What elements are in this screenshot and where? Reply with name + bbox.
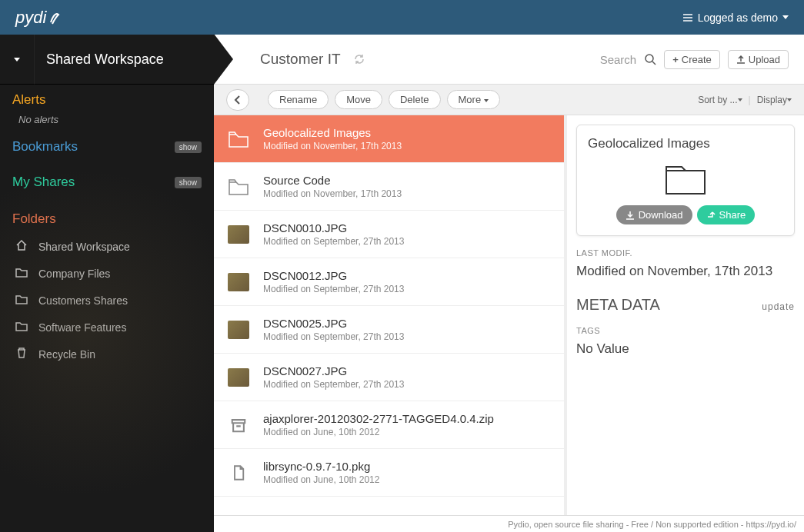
sidebar-folder-item[interactable]: Customers Shares	[0, 287, 214, 314]
back-button[interactable]	[226, 89, 249, 111]
file-row[interactable]: Source CodeModified on November, 17th 20…	[214, 163, 564, 211]
download-button[interactable]: Download	[616, 205, 692, 224]
sidebar-folder-item[interactable]: Recycle Bin	[0, 341, 214, 367]
file-meta: Modified on September, 27th 2013	[263, 236, 404, 247]
alerts-empty-text: No alerts	[0, 111, 214, 131]
file-name: DSCN0027.JPG	[263, 364, 404, 377]
folder-label: Recycle Bin	[38, 348, 95, 361]
update-link[interactable]: update	[762, 301, 795, 312]
file-row[interactable]: >librsync-0.9.7-10.pkgModified on June, …	[214, 449, 564, 497]
tags-label: TAGS	[576, 326, 795, 335]
last-modif-label: LAST MODIF.	[576, 248, 795, 258]
file-row[interactable]: DSCN0027.JPGModified on September, 27th …	[214, 354, 564, 401]
show-toggle[interactable]: show	[175, 141, 202, 153]
menu-icon	[682, 13, 693, 22]
rename-button[interactable]: Rename	[268, 90, 329, 109]
footer: Pydio, open source file sharing - Free /…	[214, 515, 804, 532]
tags-value: No Value	[576, 341, 795, 357]
detail-panel: Geolocalized Images Download Share LAST	[567, 115, 804, 515]
image-thumb	[228, 321, 249, 339]
upload-button[interactable]: Upload	[728, 50, 789, 69]
sidebar-alerts[interactable]: Alerts	[0, 85, 214, 111]
create-button[interactable]: +Create	[664, 50, 720, 69]
workspace-dropdown[interactable]	[0, 35, 35, 85]
download-icon	[626, 211, 635, 220]
share-icon	[706, 211, 716, 220]
file-name: DSCN0012.JPG	[263, 269, 404, 282]
user-menu[interactable]: Logged as demo	[682, 12, 789, 24]
file-icon: >	[228, 464, 249, 482]
move-button[interactable]: Move	[335, 90, 382, 109]
folder-icon	[228, 130, 249, 148]
sidebar-folder-item[interactable]: Shared Workspace	[0, 233, 214, 260]
folder-large-icon	[662, 159, 709, 198]
file-meta: Modified on November, 17th 2013	[263, 141, 402, 151]
folder-icon	[15, 293, 28, 308]
toolbar: Rename Move Delete More Sort by ... | Di…	[214, 85, 804, 115]
metadata-title: META DATA	[576, 296, 660, 314]
metadata-header: META DATA update	[576, 296, 795, 314]
refresh-icon[interactable]	[353, 53, 365, 65]
folder-icon	[15, 320, 28, 334]
file-meta: Modified on September, 27th 2013	[263, 331, 404, 342]
file-name: ajaxplorer-20120302-2771-TAGGED4.0.4.zip	[263, 412, 494, 425]
sort-by-menu[interactable]: Sort by ...	[698, 95, 742, 105]
bookmarks-label: Bookmarks	[12, 139, 78, 155]
file-name: Source Code	[263, 174, 402, 187]
sidebar-bookmarks[interactable]: Bookmarks show	[0, 131, 214, 158]
topbar: pydi Logged as demo	[0, 0, 804, 35]
home-icon	[15, 239, 28, 254]
chevron-left-icon	[234, 95, 242, 105]
more-button[interactable]: More	[447, 90, 500, 109]
search-label: Search	[600, 53, 637, 66]
folder-icon	[15, 266, 28, 281]
folder-label: Shared Workspace	[38, 241, 130, 253]
last-modif-value: Modified on November, 17th 2013	[576, 264, 795, 279]
workspace-header: Shared Workspace	[0, 35, 214, 85]
folder-label: Customers Shares	[38, 294, 128, 307]
arrow-shape	[214, 35, 233, 85]
folders-label: Folders	[12, 211, 56, 227]
file-meta: Modified on September, 27th 2013	[263, 284, 404, 294]
file-row[interactable]: >ajaxplorer-20120302-2771-TAGGED4.0.4.zi…	[214, 401, 564, 449]
show-toggle[interactable]: show	[175, 177, 202, 188]
caret-down-icon	[14, 58, 20, 62]
file-list: Geolocalized ImagesModified on November,…	[214, 115, 567, 515]
caret-down-icon	[782, 15, 789, 19]
file-meta: Modified on September, 27th 2013	[263, 379, 404, 390]
logo[interactable]: pydi	[15, 8, 62, 28]
file-row[interactable]: DSCN0012.JPGModified on September, 27th …	[214, 258, 564, 306]
sidebar-folder-item[interactable]: Company Files	[0, 260, 214, 287]
image-thumb	[228, 368, 249, 387]
caret-down-icon	[787, 98, 792, 101]
breadcrumb-current[interactable]: Customer IT	[260, 51, 341, 68]
workspace-title: Shared Workspace	[35, 52, 214, 68]
file-meta: Modified on June, 10th 2012	[263, 474, 379, 485]
file-meta: Modified on June, 10th 2012	[263, 427, 494, 437]
share-button[interactable]: Share	[697, 205, 756, 224]
file-row[interactable]: DSCN0010.JPGModified on September, 27th …	[214, 211, 564, 258]
folder-label: Software Features	[38, 321, 126, 334]
detail-title: Geolocalized Images	[588, 136, 710, 151]
user-label: Logged as demo	[698, 12, 778, 24]
file-name: Geolocalized Images	[263, 126, 402, 139]
file-name: DSCN0010.JPG	[263, 221, 404, 234]
image-thumb	[228, 225, 249, 244]
svg-point-0	[646, 55, 653, 62]
shares-label: My Shares	[12, 175, 75, 190]
file-row[interactable]: Geolocalized ImagesModified on November,…	[214, 115, 564, 163]
display-menu[interactable]: Display	[757, 95, 792, 105]
file-row[interactable]: DSCN0025.JPGModified on September, 27th …	[214, 306, 564, 354]
folder-label: Company Files	[38, 268, 110, 280]
sidebar-myshares[interactable]: My Shares show	[0, 167, 214, 193]
caret-down-icon	[738, 98, 742, 101]
breadcrumb-bar: Customer IT Search +Create Upload	[214, 35, 804, 85]
sidebar: Shared Workspace Alerts No alerts Bookma…	[0, 35, 214, 532]
delete-button[interactable]: Delete	[389, 90, 441, 109]
upload-icon	[736, 55, 746, 64]
search-icon[interactable]	[644, 53, 656, 65]
sidebar-folder-item[interactable]: Software Features	[0, 314, 214, 341]
caret-down-icon	[484, 99, 489, 102]
detail-card: Geolocalized Images Download Share	[576, 125, 795, 236]
file-meta: Modified on November, 17th 2013	[263, 188, 402, 199]
